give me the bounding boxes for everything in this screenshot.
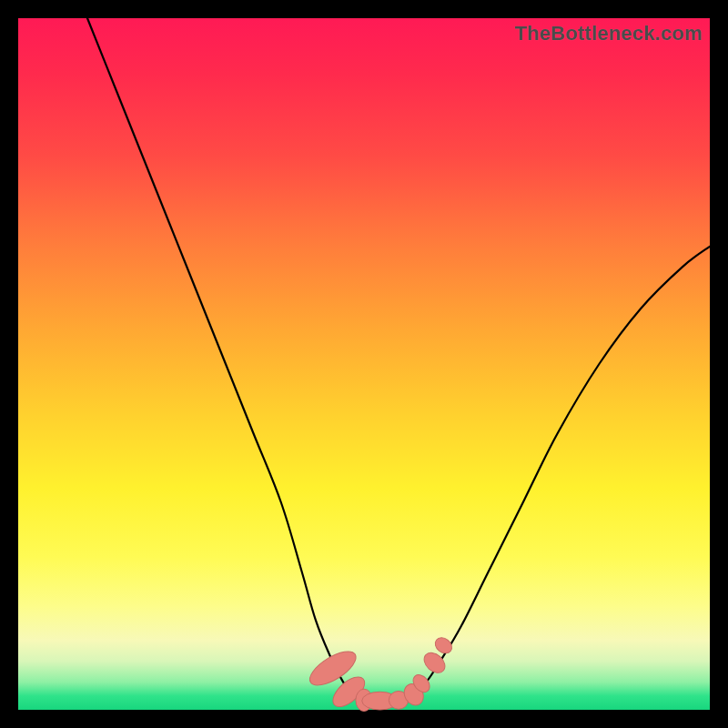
curve-layer [18,18,710,710]
chart-frame: TheBottleneck.com [18,18,710,710]
marker-lozenge [432,634,455,656]
left-branch-curve [87,18,354,696]
right-branch-curve [412,247,710,696]
